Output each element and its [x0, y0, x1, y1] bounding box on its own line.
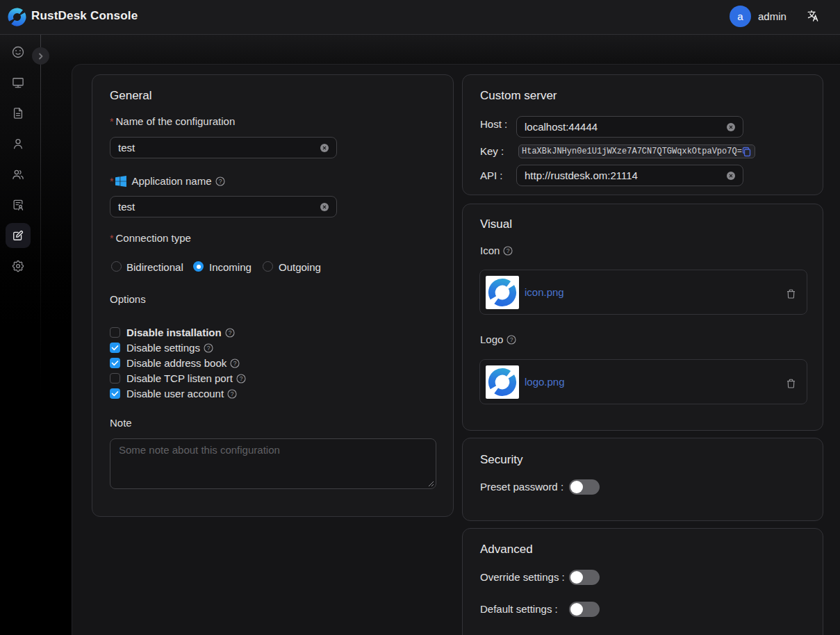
svg-text:?: ? — [231, 390, 234, 397]
svg-text:?: ? — [510, 336, 513, 343]
svg-text:?: ? — [207, 345, 211, 352]
svg-text:?: ? — [239, 375, 242, 382]
svg-text:?: ? — [218, 178, 222, 185]
svg-text:?: ? — [233, 360, 237, 367]
svg-text:?: ? — [228, 329, 231, 336]
svg-text:?: ? — [507, 247, 510, 254]
